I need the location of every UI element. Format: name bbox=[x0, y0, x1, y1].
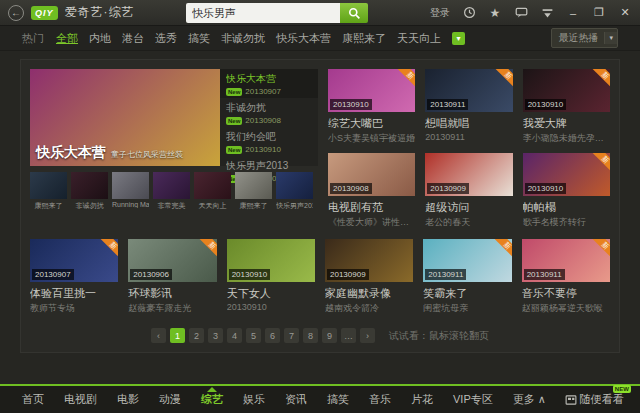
filter-item-tiantianxiangshang[interactable]: 天天向上 bbox=[397, 31, 441, 46]
page-button-2[interactable]: 2 bbox=[189, 328, 204, 343]
filter-item-mainland[interactable]: 内地 bbox=[89, 31, 111, 46]
new-ribbon: 新 bbox=[591, 239, 610, 260]
filter-item-hktw[interactable]: 港台 bbox=[122, 31, 144, 46]
filter-label: 热门 bbox=[22, 31, 44, 46]
page-button-1[interactable]: 1 bbox=[170, 328, 185, 343]
video-card[interactable]: 20130909 超级访问 老公的春天 bbox=[425, 153, 512, 229]
featured-thumbnail[interactable]: 快乐大本营 童子七位风采营丝装 bbox=[30, 69, 220, 166]
episode-date-overlay: 20130910 bbox=[525, 183, 567, 194]
thumb-image bbox=[30, 172, 67, 199]
maximize-button[interactable]: ❐ bbox=[592, 6, 606, 19]
nav-item-tv[interactable]: 电视剧 bbox=[54, 392, 107, 407]
prev-page-button[interactable]: ‹ bbox=[151, 328, 166, 343]
history-icon[interactable] bbox=[462, 6, 476, 20]
thumb-image bbox=[71, 172, 108, 199]
browse-icon bbox=[565, 394, 577, 406]
new-ribbon: 新 bbox=[397, 69, 416, 90]
nav-item-music[interactable]: 音乐 bbox=[359, 392, 401, 407]
nav-item-anime[interactable]: 动漫 bbox=[149, 392, 191, 407]
page-button-4[interactable]: 4 bbox=[227, 328, 242, 343]
video-card[interactable]: 20130910 天下女人 20130910 bbox=[227, 239, 315, 315]
episode-date-overlay: 20130907 bbox=[32, 269, 74, 280]
new-ribbon: 新 bbox=[198, 239, 217, 260]
minimize-button[interactable]: – bbox=[566, 7, 580, 19]
video-thumbnail: 新20130911 bbox=[522, 239, 610, 282]
page-button-5[interactable]: 5 bbox=[246, 328, 261, 343]
sort-dropdown[interactable]: 最近热播 ▾ bbox=[551, 28, 618, 48]
find-video-button[interactable]: 找片 NEW bbox=[633, 392, 640, 407]
favorites-star-icon[interactable]: ★ bbox=[488, 6, 502, 20]
nav-item-vip[interactable]: VIP专区 bbox=[443, 392, 503, 407]
nav-item-variety[interactable]: 综艺 bbox=[191, 392, 233, 407]
filter-item-all[interactable]: 全部 bbox=[56, 31, 78, 46]
pagination-hint: 试试看：鼠标滚轮翻页 bbox=[389, 329, 489, 343]
search-button[interactable] bbox=[340, 3, 368, 23]
chevron-down-icon: ▾ bbox=[604, 32, 617, 44]
thumb-item[interactable]: 康熙来了 bbox=[235, 172, 272, 211]
filter-item-kangxilaile[interactable]: 康熙来了 bbox=[342, 31, 386, 46]
video-thumbnail: 新20130910 bbox=[328, 69, 415, 112]
nav-item-funny[interactable]: 搞笑 bbox=[317, 392, 359, 407]
thumb-item[interactable]: 非常完美 bbox=[153, 172, 190, 211]
feedback-icon[interactable] bbox=[514, 6, 528, 20]
thumb-item[interactable]: 天天向上 bbox=[194, 172, 231, 211]
filter-item-kuailedabenying[interactable]: 快乐大本营 bbox=[276, 31, 331, 46]
video-card[interactable]: 新20130910 我爱大牌 李小璐隐未婚先孕细节 bbox=[523, 69, 610, 145]
nav-item-entertainment[interactable]: 娱乐 bbox=[233, 392, 275, 407]
video-card[interactable]: 新20130907 体验百里挑一 教师节专场 bbox=[30, 239, 118, 315]
nav-item-home[interactable]: 首页 bbox=[12, 392, 54, 407]
new-badge: NEW bbox=[613, 385, 631, 393]
episode-date-overlay: 20130906 bbox=[130, 269, 172, 280]
episode-item[interactable]: 非诚勿扰 New20130908 bbox=[220, 98, 318, 127]
video-card[interactable]: 新20130910 综艺大嘴巴 小S夫妻吴镇宇被逼婚 bbox=[328, 69, 415, 145]
episode-item[interactable]: 快乐大本营 New20130907 bbox=[220, 69, 318, 98]
nav-item-more[interactable]: 更多 ∧ bbox=[503, 392, 556, 407]
pagination: ‹ 1 2 3 4 5 6 7 8 9 … › 试试看：鼠标滚轮翻页 bbox=[30, 328, 610, 343]
video-card[interactable]: 新20130910 帕帕榻 歌手名模齐转行 bbox=[523, 153, 610, 229]
video-card[interactable]: 20130908 电视剧有范 《性爱大师》讲性高潮 bbox=[328, 153, 415, 229]
page-button-9[interactable]: 9 bbox=[322, 328, 337, 343]
video-thumbnail: 20130908 bbox=[328, 153, 415, 196]
episode-date-overlay: 20130910 bbox=[525, 99, 567, 110]
new-ribbon: 新 bbox=[591, 153, 610, 174]
iqiyi-logo: QIY bbox=[31, 6, 58, 20]
filter-item-feichengwurao[interactable]: 非诚勿扰 bbox=[221, 31, 265, 46]
video-card[interactable]: 新20130911 笑霸来了 闺蜜坑母亲 bbox=[423, 239, 511, 315]
nav-item-news[interactable]: 资讯 bbox=[275, 392, 317, 407]
thumb-item[interactable]: 非诚勿扰 bbox=[71, 172, 108, 211]
nav-item-trailers[interactable]: 片花 bbox=[401, 392, 443, 407]
thumb-item[interactable]: 康熙来了 bbox=[30, 172, 67, 211]
video-thumbnail: 新20130911 bbox=[425, 69, 512, 112]
video-card[interactable]: 新20130906 环球影讯 赵薇豪车露走光 bbox=[128, 239, 216, 315]
page-button-7[interactable]: 7 bbox=[284, 328, 299, 343]
video-card[interactable]: 20130909 家庭幽默录像 越南戏令箭冷 bbox=[325, 239, 413, 315]
thumb-item[interactable]: 快乐男声2013 bbox=[276, 172, 313, 211]
page-button-6[interactable]: 6 bbox=[265, 328, 280, 343]
next-page-button[interactable]: › bbox=[360, 328, 375, 343]
page-button-8[interactable]: 8 bbox=[303, 328, 318, 343]
thumb-image bbox=[194, 172, 231, 199]
featured-section: 快乐大本营 童子七位风采营丝装 快乐大本营 New20130907 非诚勿扰 N… bbox=[30, 69, 318, 229]
page-button-3[interactable]: 3 bbox=[208, 328, 223, 343]
login-link[interactable]: 登录 bbox=[430, 6, 450, 20]
video-card[interactable]: 新20130911 想唱就唱 20130911 bbox=[425, 69, 512, 145]
random-watch-button[interactable]: 随便看看 NEW bbox=[556, 392, 633, 407]
video-card[interactable]: 新20130911 音乐不要停 赵丽颖杨幂逆天歌喉 bbox=[522, 239, 610, 315]
main-menu-icon[interactable] bbox=[540, 6, 554, 20]
filter-item-talent[interactable]: 选秀 bbox=[155, 31, 177, 46]
back-button[interactable]: ← bbox=[8, 5, 24, 21]
episode-item[interactable]: 我们约会吧 New20130910 bbox=[220, 127, 318, 156]
filter-expand-icon[interactable]: ▾ bbox=[452, 32, 465, 45]
main-content: 快乐大本营 童子七位风采营丝装 快乐大本营 New20130907 非诚勿扰 N… bbox=[0, 51, 640, 353]
nav-item-movie[interactable]: 电影 bbox=[107, 392, 149, 407]
episode-date-overlay: 20130909 bbox=[327, 269, 369, 280]
search-box bbox=[186, 3, 368, 23]
search-input[interactable] bbox=[186, 3, 340, 23]
close-button[interactable]: ✕ bbox=[618, 6, 632, 19]
video-thumbnail: 20130910 bbox=[227, 239, 315, 282]
thumb-item[interactable]: Running Man bbox=[112, 172, 149, 211]
new-badge: New bbox=[226, 117, 242, 125]
search-icon bbox=[348, 7, 361, 20]
filter-item-funny[interactable]: 搞笑 bbox=[188, 31, 210, 46]
episode-list: 快乐大本营 New20130907 非诚勿扰 New20130908 我们约会吧… bbox=[220, 69, 318, 166]
